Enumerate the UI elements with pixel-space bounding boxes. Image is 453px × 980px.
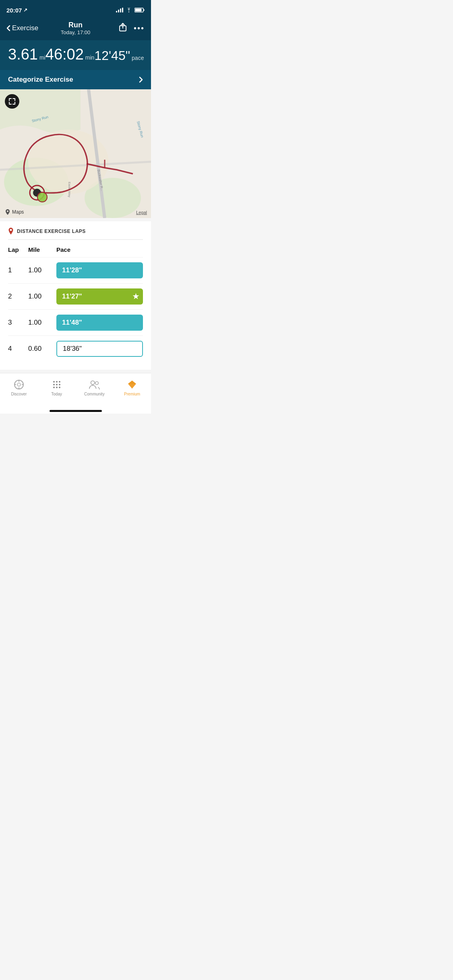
nav-title: Run Today, 17:00 <box>43 21 108 35</box>
pace-bar-3: 11'48" <box>56 315 143 331</box>
table-row: 2 1.00 11'27" ★ <box>8 283 143 309</box>
map-brand: Maps <box>5 209 24 215</box>
wifi-icon <box>126 8 132 12</box>
location-status-icon: ↗ <box>23 7 27 13</box>
map-expand-button[interactable] <box>5 94 19 109</box>
laps-header: DISTANCE EXERCISE LAPS <box>8 228 143 240</box>
svg-point-31 <box>59 384 60 385</box>
svg-point-29 <box>53 384 55 385</box>
bottom-nav: Discover Today <box>0 373 151 407</box>
svg-rect-2 <box>144 9 145 11</box>
svg-rect-3 <box>135 9 142 12</box>
back-button[interactable]: Exercise <box>6 24 43 32</box>
svg-point-30 <box>56 384 58 385</box>
signal-icon <box>116 8 123 12</box>
categorize-bar[interactable]: Categorize Exercise <box>0 70 151 89</box>
nav-bar: Exercise Run Today, 17:00 ••• <box>0 18 151 40</box>
pace-bar-2: 11'27" ★ <box>56 288 143 305</box>
people-icon <box>89 379 100 390</box>
nav-actions: ••• <box>108 23 145 34</box>
chevron-right-icon <box>139 76 143 83</box>
map-legal[interactable]: Legal <box>136 210 147 215</box>
laps-table-header: Lap Mile Pace <box>8 245 143 257</box>
location-pin-icon <box>8 228 14 235</box>
svg-point-0 <box>128 12 129 12</box>
svg-point-27 <box>56 381 58 383</box>
home-indicator <box>0 407 151 414</box>
nav-item-community[interactable]: Community <box>76 377 114 399</box>
laps-section: DISTANCE EXERCISE LAPS Lap Mile Pace 1 1… <box>0 221 151 370</box>
svg-point-32 <box>53 387 55 388</box>
status-icons <box>116 8 145 12</box>
battery-icon <box>134 8 145 12</box>
status-time: 20:07 ↗ <box>6 7 27 14</box>
stats-bar: 3.61 mi 46:02 min 12'45" pace <box>0 40 151 70</box>
svg-point-33 <box>56 387 58 388</box>
duration-stat: 46:02 min <box>46 47 95 62</box>
svg-marker-38 <box>128 381 136 384</box>
nav-item-discover[interactable]: Discover <box>0 377 38 399</box>
share-button[interactable] <box>118 23 127 34</box>
nav-item-today[interactable]: Today <box>38 377 76 399</box>
pace-stat: 12'45" pace <box>94 49 144 62</box>
svg-point-34 <box>59 387 60 388</box>
grid-icon <box>51 379 62 390</box>
table-row: 3 1.00 11'48" <box>8 309 143 336</box>
pace-bar-1: 11'28" <box>56 262 143 278</box>
svg-point-28 <box>59 381 60 383</box>
distance-stat: 3.61 mi <box>8 47 46 62</box>
table-row: 4 0.60 18'36" <box>8 336 143 362</box>
status-bar: 20:07 ↗ <box>0 0 151 18</box>
best-star-icon: ★ <box>132 292 139 301</box>
map-container: Stony Run Stony Run Buckwalter R... Eadi… <box>0 89 151 218</box>
home-bar <box>50 410 102 412</box>
table-row: 1 1.00 11'28" <box>8 257 143 283</box>
more-button[interactable]: ••• <box>134 24 145 33</box>
svg-point-35 <box>91 381 95 385</box>
svg-point-21 <box>17 383 21 386</box>
diamond-icon <box>126 379 138 390</box>
nav-item-premium[interactable]: Premium <box>113 377 151 399</box>
compass-icon <box>13 379 25 390</box>
svg-point-26 <box>53 381 55 383</box>
pace-bar-4: 18'36" <box>56 341 143 357</box>
svg-point-36 <box>95 382 98 385</box>
